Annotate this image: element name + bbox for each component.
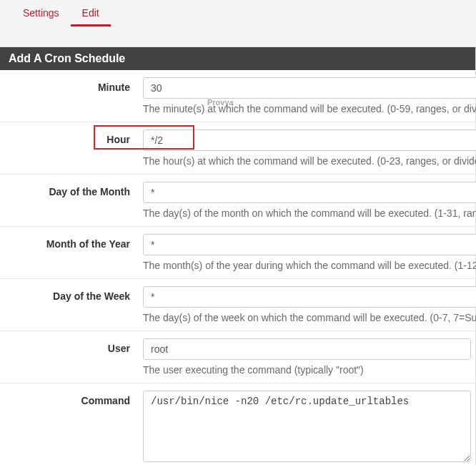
row-dom: Day of the Month The day(s) of the month…: [0, 175, 475, 227]
input-moy[interactable]: [143, 234, 476, 255]
panel-title: Add A Cron Schedule: [0, 47, 475, 70]
row-hour: Hour The hour(s) at which the command wi…: [0, 122, 475, 175]
row-moy: Month of the Year The month(s) of the ye…: [0, 227, 475, 279]
row-command: Command The full path to the command, pl…: [0, 383, 475, 465]
help-dom: The day(s) of the month on which the com…: [143, 207, 476, 219]
tab-settings[interactable]: Settings: [11, 0, 71, 26]
label-user: User: [0, 338, 143, 376]
help-hour: The hour(s) at which the command will be…: [143, 155, 476, 167]
label-dom: Day of the Month: [0, 182, 143, 219]
help-dow: The day(s) of the week on which the comm…: [143, 312, 476, 323]
input-dom[interactable]: [143, 182, 476, 203]
label-hour: Hour: [0, 129, 143, 167]
input-command[interactable]: [143, 391, 471, 462]
input-hour[interactable]: [143, 129, 476, 151]
label-moy: Month of the Year: [0, 234, 143, 271]
input-user[interactable]: [143, 338, 471, 360]
help-moy: The month(s) of the year during which th…: [143, 260, 476, 271]
label-minute: Minute: [0, 77, 143, 114]
row-minute: Minute The minute(s) at which the comman…: [0, 70, 475, 122]
tab-bar: Settings Edit: [0, 0, 476, 26]
label-command: Command: [0, 391, 143, 465]
label-dow: Day of the Week: [0, 286, 143, 323]
cron-panel: Provya Add A Cron Schedule Minute The mi…: [0, 46, 476, 465]
row-user: User The user executing the command (typ…: [0, 331, 475, 383]
row-dow: Day of the Week The day(s) of the week o…: [0, 279, 475, 331]
help-user: The user executing the command (typicall…: [143, 364, 471, 376]
help-minute: The minute(s) at which the command will …: [143, 103, 476, 114]
tab-edit[interactable]: Edit: [71, 0, 111, 26]
input-minute[interactable]: [143, 77, 476, 99]
input-dow[interactable]: [143, 286, 476, 308]
